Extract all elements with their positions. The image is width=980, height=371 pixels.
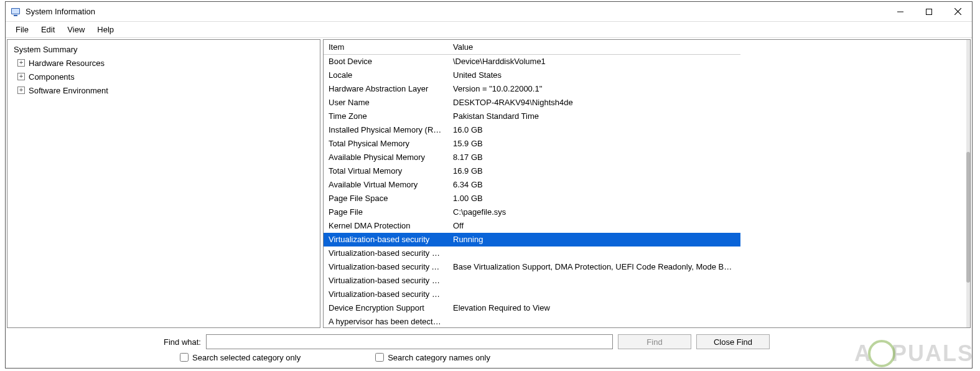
table-row[interactable]: Total Physical Memory15.9 GB	[324, 137, 740, 151]
tree-item-hardware[interactable]: + Hardware Resources	[10, 56, 319, 70]
cell-item: Page File Space	[324, 192, 448, 205]
cell-item: Device Encryption Support	[324, 301, 448, 315]
table-row[interactable]: Virtualization-based security Se...	[324, 288, 740, 301]
chk-category-names[interactable]: Search category names only	[375, 353, 490, 362]
table-row[interactable]: Device Encryption SupportElevation Requi…	[324, 301, 740, 315]
scrollbar[interactable]	[966, 40, 970, 327]
table-row[interactable]: A hypervisor has been detecte...	[324, 315, 740, 328]
cell-item: Boot Device	[324, 55, 448, 68]
cell-value: 1.00 GB	[448, 192, 740, 205]
cell-item: Hardware Abstraction Layer	[324, 82, 448, 96]
table-row[interactable]: Virtualization-based security Av...Base …	[324, 260, 740, 274]
menu-file[interactable]: File	[11, 24, 34, 35]
cell-value: 16.0 GB	[448, 123, 740, 137]
tree-item-software-env[interactable]: + Software Environment	[10, 83, 319, 97]
table-row[interactable]: Virtualization-based security Se...	[324, 274, 740, 288]
cell-value: DESKTOP-4RAKV94\Nightsh4de	[448, 96, 740, 110]
table-row[interactable]: Virtualization-based securityRunning	[324, 233, 740, 247]
close-button[interactable]	[943, 2, 972, 21]
cell-value: C:\pagefile.sys	[448, 205, 740, 219]
cell-value	[448, 315, 740, 328]
table-row[interactable]: Page FileC:\pagefile.sys	[324, 205, 740, 219]
cell-item: Virtualization-based security Se...	[324, 274, 448, 288]
tree-root-label: System Summary	[14, 45, 78, 54]
chk-selected-category-box[interactable]	[180, 353, 189, 362]
cell-item: Installed Physical Memory (RAM)	[324, 123, 448, 137]
tree-pane[interactable]: System Summary + Hardware Resources + Co…	[7, 39, 320, 328]
cell-item: Available Virtual Memory	[324, 178, 448, 192]
table-row[interactable]: Virtualization-based security Re...	[324, 247, 740, 260]
menu-view[interactable]: View	[62, 24, 90, 35]
cell-item: A hypervisor has been detecte...	[324, 315, 448, 328]
col-value[interactable]: Value	[448, 40, 740, 55]
cell-item: Virtualization-based security Av...	[324, 260, 448, 274]
cell-value: Pakistan Standard Time	[448, 110, 740, 123]
table-row[interactable]: Page File Space1.00 GB	[324, 192, 740, 205]
find-button[interactable]: Find	[618, 334, 691, 349]
cell-item: Virtualization-based security Se...	[324, 288, 448, 301]
cell-item: Total Virtual Memory	[324, 164, 448, 178]
cell-value: Version = "10.0.22000.1"	[448, 82, 740, 96]
find-input[interactable]	[206, 334, 613, 349]
find-options: Search selected category only Search cat…	[6, 352, 972, 368]
cell-value: 16.9 GB	[448, 164, 740, 178]
cell-value	[448, 274, 740, 288]
table-row[interactable]: Hardware Abstraction LayerVersion = "10.…	[324, 82, 740, 96]
cell-item: Available Physical Memory	[324, 151, 448, 164]
app-icon	[11, 7, 21, 17]
table-row[interactable]: Installed Physical Memory (RAM)16.0 GB	[324, 123, 740, 137]
cell-item: Page File	[324, 205, 448, 219]
chk-selected-category-label: Search selected category only	[192, 353, 301, 362]
cell-value: 15.9 GB	[448, 137, 740, 151]
detail-list[interactable]: Item Value Boot Device\Device\HarddiskVo…	[324, 40, 966, 327]
tree-item-label: Hardware Resources	[29, 59, 105, 68]
cell-item: Time Zone	[324, 110, 448, 123]
chk-category-names-label: Search category names only	[388, 353, 490, 362]
cell-value: 8.17 GB	[448, 151, 740, 164]
cell-item: User Name	[324, 96, 448, 110]
svg-rect-4	[926, 9, 932, 14]
window-controls	[886, 2, 972, 21]
cell-value: Base Virtualization Support, DMA Protect…	[448, 260, 740, 274]
tree-item-label: Software Environment	[29, 86, 108, 95]
maximize-button[interactable]	[915, 2, 943, 21]
menu-edit[interactable]: Edit	[36, 24, 60, 35]
svg-rect-2	[14, 15, 17, 16]
cell-value: 6.34 GB	[448, 178, 740, 192]
table-row[interactable]: Time ZonePakistan Standard Time	[324, 110, 740, 123]
window-title: System Information	[26, 7, 95, 16]
tree-item-components[interactable]: + Components	[10, 70, 319, 83]
find-bar: Find what: Find Close Find	[6, 329, 972, 352]
cell-value: Elevation Required to View	[448, 301, 740, 315]
cell-value	[448, 247, 740, 260]
table-row[interactable]: Available Virtual Memory6.34 GB	[324, 178, 740, 192]
table-row[interactable]: Kernel DMA ProtectionOff	[324, 219, 740, 233]
table-row[interactable]: User NameDESKTOP-4RAKV94\Nightsh4de	[324, 96, 740, 110]
cell-item: Locale	[324, 68, 448, 82]
col-item[interactable]: Item	[324, 40, 448, 55]
menubar: File Edit View Help	[6, 22, 972, 38]
svg-rect-1	[12, 9, 19, 14]
cell-value	[448, 288, 740, 301]
minimize-button[interactable]	[886, 2, 915, 21]
menu-help[interactable]: Help	[92, 24, 119, 35]
table-row[interactable]: Boot Device\Device\HarddiskVolume1	[324, 55, 740, 68]
expand-icon[interactable]: +	[17, 59, 25, 67]
chk-category-names-box[interactable]	[375, 353, 384, 362]
table-row[interactable]: Total Virtual Memory16.9 GB	[324, 164, 740, 178]
chk-selected-category[interactable]: Search selected category only	[180, 353, 301, 362]
detail-header-row: Item Value	[324, 40, 740, 55]
cell-item: Total Physical Memory	[324, 137, 448, 151]
tree-item-label: Components	[29, 72, 75, 82]
tree-root-item[interactable]: System Summary	[10, 42, 319, 56]
cell-value: United States	[448, 68, 740, 82]
table-row[interactable]: Available Physical Memory8.17 GB	[324, 151, 740, 164]
titlebar: System Information	[6, 2, 972, 22]
detail-pane: Item Value Boot Device\Device\HarddiskVo…	[323, 39, 971, 328]
table-row[interactable]: LocaleUnited States	[324, 68, 740, 82]
find-label: Find what:	[164, 337, 201, 347]
expand-icon[interactable]: +	[17, 73, 25, 80]
expand-icon[interactable]: +	[17, 87, 25, 94]
close-find-button[interactable]: Close Find	[696, 334, 770, 349]
scroll-thumb[interactable]	[966, 152, 970, 283]
